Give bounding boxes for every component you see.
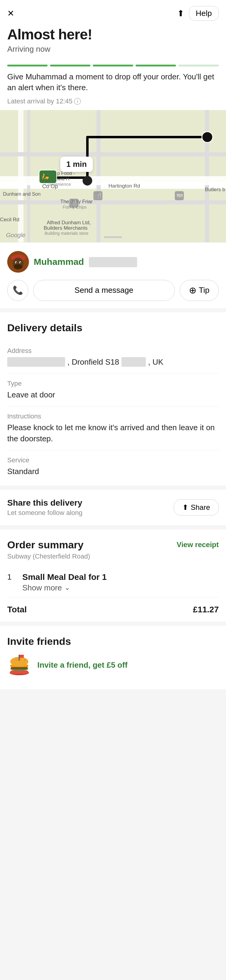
scroll-indicator — [104, 236, 122, 238]
store-name: Subway (Chesterfield Road) — [7, 552, 219, 560]
header-section: Almost here! Arriving now — [0, 24, 226, 60]
divider-1 — [0, 308, 226, 312]
progress-segment-1 — [7, 65, 48, 67]
progress-segment-4 — [136, 65, 176, 67]
svg-text:🍴: 🍴 — [96, 192, 103, 199]
message-button[interactable]: Send a message — [33, 280, 175, 301]
chevron-down-icon: ⌄ — [64, 584, 70, 592]
time-badge: 1 min — [60, 157, 93, 172]
page-title: Almost here! — [7, 27, 219, 43]
help-label: Help — [196, 9, 212, 18]
svg-point-49 — [15, 659, 17, 660]
rider-rating-blur: ████████ — [89, 257, 137, 267]
share-subtitle: Let someone follow along — [7, 509, 83, 517]
share-btn-label: Share — [191, 503, 210, 512]
rider-section: Muhammad ████████ 📞 Send a message ⊕ Tip — [0, 242, 226, 308]
total-row: Total £11.27 — [7, 597, 219, 622]
svg-text:Alfred Dunham Ltd,: Alfred Dunham Ltd, — [47, 220, 91, 226]
share-button[interactable]: ⬆ — [177, 8, 184, 18]
rider-name: Muhammad — [34, 257, 84, 267]
burger-icon — [7, 653, 31, 677]
svg-text:🍽: 🍽 — [177, 192, 182, 199]
order-title: Order summary — [7, 539, 83, 551]
address-label: Address — [7, 347, 219, 355]
share-text-block: Share this delivery Let someone follow a… — [7, 498, 83, 517]
arrival-time: Latest arrival by 12:45 i — [0, 96, 226, 110]
close-button[interactable]: ✕ — [7, 8, 14, 18]
type-row: Type Leave at door — [7, 374, 219, 406]
svg-rect-5 — [0, 152, 226, 156]
svg-text:Building materials store: Building materials store — [45, 231, 88, 236]
item-name: Small Meal Deal for 1 — [22, 573, 107, 582]
tip-button[interactable]: ⊕ Tip — [180, 280, 219, 301]
share-button[interactable]: ⬆ Share — [173, 499, 219, 515]
svg-point-42 — [14, 264, 22, 269]
svg-text:Butlers b: Butlers b — [205, 187, 225, 192]
share-icon: ⬆ — [177, 9, 184, 18]
invite-card[interactable]: Invite a friend, get £5 off — [7, 653, 219, 677]
total-label: Total — [7, 605, 27, 614]
share-title: Share this delivery — [7, 498, 83, 508]
alert-text: Give Muhammad a moment to drop off your … — [0, 71, 226, 96]
svg-rect-4 — [0, 200, 226, 204]
instructions-row: Instructions Please knock to let me know… — [7, 406, 219, 450]
arriving-subtitle: Arriving now — [7, 45, 219, 54]
instructions-label: Instructions — [7, 412, 219, 420]
type-label: Type — [7, 380, 219, 388]
instructions-value: Please knock to let me know it's arrived… — [7, 422, 219, 444]
svg-text:🍴: 🍴 — [71, 200, 79, 206]
tip-label: Tip — [199, 286, 210, 295]
svg-rect-53 — [19, 655, 24, 658]
svg-rect-44 — [10, 670, 28, 674]
action-buttons: 📞 Send a message ⊕ Tip — [7, 280, 219, 301]
svg-point-23 — [202, 132, 213, 143]
rider-name-container: Muhammad ████████ — [34, 257, 137, 267]
svg-text:Builders Merchants: Builders Merchants — [44, 225, 88, 231]
service-row: Service Standard — [7, 450, 219, 483]
progress-segment-3 — [93, 65, 133, 67]
show-more-label: Show more — [22, 583, 62, 592]
invite-section: Invite friends Invite a friend, get £5 o… — [0, 622, 226, 689]
item-info: Small Meal Deal for 1 Show more ⌄ — [22, 573, 107, 592]
info-icon: i — [74, 98, 81, 105]
delivery-details-title: Delivery details — [7, 322, 219, 334]
service-value: Standard — [7, 466, 219, 477]
google-logo: Google — [6, 232, 26, 239]
order-section: Order summary View receipt Subway (Chest… — [0, 525, 226, 622]
order-header: Order summary View receipt — [7, 539, 219, 551]
svg-point-51 — [24, 660, 26, 661]
invite-text: Invite a friend, get £5 off — [37, 660, 127, 670]
top-bar-right: ⬆ Help — [177, 6, 219, 21]
order-item-row: 1 Small Meal Deal for 1 Show more ⌄ — [7, 568, 219, 597]
svg-text:🛵: 🛵 — [41, 172, 50, 180]
help-button[interactable]: Help — [189, 6, 219, 21]
svg-point-40 — [16, 262, 17, 263]
svg-text:Dunham and Son: Dunham and Son — [3, 191, 41, 197]
message-label: Send a message — [74, 286, 133, 295]
invite-title: Invite friends — [7, 635, 219, 647]
total-value: £11.27 — [193, 605, 219, 614]
avatar — [7, 251, 29, 273]
address-value: ██████████ , Dronfield S18 ████ , UK — [7, 356, 219, 368]
item-quantity: 1 — [7, 573, 16, 582]
phone-button[interactable]: 📞 — [7, 280, 28, 301]
progress-bar — [0, 60, 226, 71]
tip-plus-icon: ⊕ — [189, 285, 197, 296]
svg-rect-52 — [19, 655, 19, 661]
progress-segment-2 — [50, 65, 90, 67]
close-icon: ✕ — [7, 9, 14, 18]
address-row: Address ██████████ , Dronfield S18 ████ … — [7, 341, 219, 374]
phone-icon: 📞 — [13, 285, 23, 295]
map[interactable]: Co Op Co-op Food - Dronfield H Convenien… — [0, 110, 226, 242]
show-more-button[interactable]: Show more ⌄ — [22, 583, 70, 592]
top-bar: ✕ ⬆ Help — [0, 0, 226, 24]
svg-point-50 — [20, 658, 22, 659]
view-receipt-link[interactable]: View receipt — [176, 541, 219, 549]
svg-point-41 — [20, 262, 21, 263]
service-label: Service — [7, 456, 219, 464]
svg-text:Hartington Rd: Hartington Rd — [109, 183, 140, 189]
type-value: Leave at door — [7, 389, 219, 400]
share-btn-icon: ⬆ — [182, 503, 188, 512]
rider-info: Muhammad ████████ — [7, 251, 219, 273]
svg-text:Cecil Rd: Cecil Rd — [0, 217, 19, 223]
